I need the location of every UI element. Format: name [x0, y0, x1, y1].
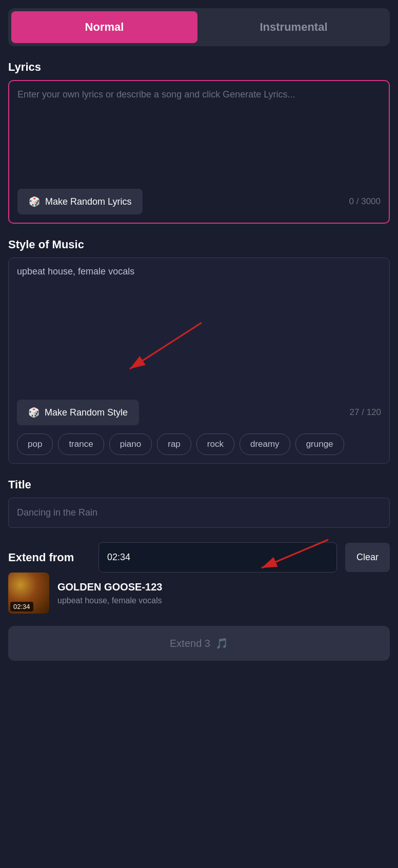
- normal-mode-button[interactable]: Normal: [11, 11, 197, 43]
- style-section: Style of Music upbeat house, female voca…: [8, 238, 390, 464]
- clear-button[interactable]: Clear: [345, 543, 390, 572]
- title-input[interactable]: [8, 498, 390, 528]
- random-style-label: Make Random Style: [45, 407, 128, 418]
- style-footer: 🎲 Make Random Style 27 / 120: [17, 400, 381, 425]
- random-lyrics-label: Make Random Lyrics: [45, 196, 131, 207]
- style-dice-icon: 🎲: [28, 407, 39, 418]
- lyrics-box: 🎲 Make Random Lyrics 0 / 3000: [8, 80, 390, 224]
- lyrics-footer: 🎲 Make Random Lyrics 0 / 3000: [17, 189, 381, 214]
- red-arrow-annotation: [99, 318, 212, 384]
- lyrics-section: Lyrics 🎲 Make Random Lyrics 0 / 3000: [8, 61, 390, 224]
- song-info: GOLDEN GOOSE-123 upbeat house, female vo…: [57, 581, 390, 605]
- title-section: Title: [8, 478, 390, 528]
- title-red-arrow: [246, 535, 349, 576]
- tag-trance[interactable]: trance: [58, 433, 104, 455]
- extend-btn-label: Extend 3: [170, 638, 210, 649]
- extend-from-label: Extend from: [8, 551, 90, 564]
- tag-rap[interactable]: rap: [157, 433, 191, 455]
- dice-icon: 🎲: [29, 196, 40, 207]
- svg-line-3: [262, 540, 328, 568]
- style-section-label: Style of Music: [8, 238, 390, 251]
- song-thumbnail: 02:34: [8, 573, 49, 614]
- music-note-icon: 🎵: [215, 637, 228, 649]
- tag-pop[interactable]: pop: [17, 433, 53, 455]
- tag-rock[interactable]: rock: [196, 433, 234, 455]
- make-random-lyrics-button[interactable]: 🎲 Make Random Lyrics: [17, 189, 143, 214]
- lyrics-char-count: 0 / 3000: [349, 196, 381, 207]
- lyrics-section-label: Lyrics: [8, 61, 390, 74]
- tag-piano[interactable]: piano: [109, 433, 152, 455]
- extend-button[interactable]: Extend 3 🎵: [8, 626, 390, 661]
- svg-line-1: [130, 323, 202, 369]
- make-random-style-button[interactable]: 🎲 Make Random Style: [17, 400, 139, 425]
- song-duration-badge: 02:34: [10, 602, 33, 611]
- mode-toggle: Normal Instrumental: [8, 8, 390, 46]
- song-subtitle: upbeat house, female vocals: [57, 596, 390, 605]
- song-title: GOLDEN GOOSE-123: [57, 581, 390, 593]
- title-section-label: Title: [8, 478, 390, 491]
- instrumental-mode-button[interactable]: Instrumental: [201, 11, 387, 43]
- extend-section: Extend from Clear 02:34 GOLDEN GOOSE-123…: [8, 542, 390, 614]
- style-char-count: 27 / 120: [350, 407, 381, 418]
- lyrics-input[interactable]: [17, 89, 381, 182]
- tag-grunge[interactable]: grunge: [295, 433, 344, 455]
- style-tags: pop trance piano rap rock dreamy grunge: [17, 433, 381, 455]
- style-arrow-wrapper: [17, 348, 381, 400]
- tag-dreamy[interactable]: dreamy: [240, 433, 290, 455]
- song-card[interactable]: 02:34 GOLDEN GOOSE-123 upbeat house, fem…: [8, 573, 390, 614]
- style-box: upbeat house, female vocals 🎲 Make Rando…: [8, 258, 390, 464]
- style-current-value[interactable]: upbeat house, female vocals: [17, 266, 381, 287]
